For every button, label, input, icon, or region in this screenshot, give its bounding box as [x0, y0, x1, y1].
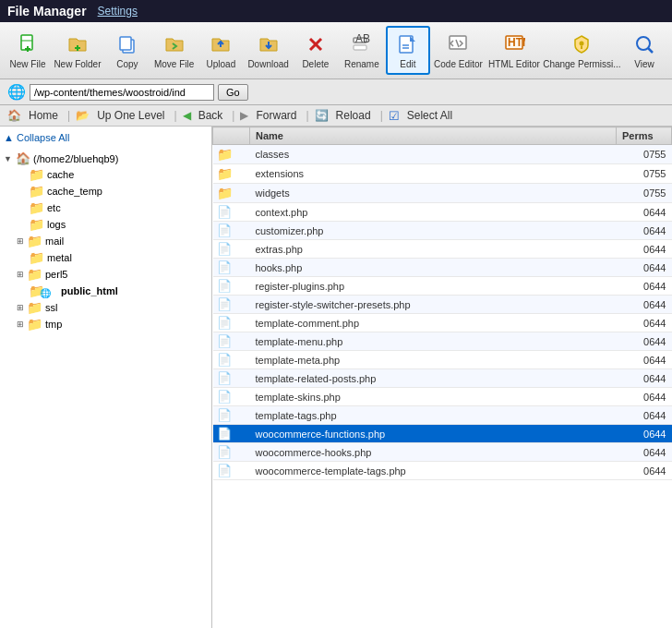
- header: File Manager Settings: [0, 0, 672, 22]
- file-name[interactable]: hooks.php: [250, 259, 617, 277]
- tree-item-etc[interactable]: 📁etc: [4, 199, 208, 216]
- file-name[interactable]: widgets: [250, 184, 617, 203]
- table-row[interactable]: 📄woocommerce-functions.php0644: [213, 425, 672, 443]
- table-row[interactable]: 📄template-meta.php0644: [213, 351, 672, 369]
- file-name[interactable]: woocommerce-hooks.php: [250, 443, 617, 462]
- toolbar-html-editor-button[interactable]: HTMLHTML Editor: [486, 27, 542, 74]
- table-row[interactable]: 📁widgets0755: [213, 184, 672, 203]
- file-name[interactable]: extensions: [250, 164, 617, 184]
- collapse-all-btn[interactable]: ▲ Collapse All: [4, 130, 208, 145]
- file-type-icon: 📄: [213, 369, 250, 388]
- table-row[interactable]: 📄woocommerce-template-tags.php0644: [213, 462, 672, 480]
- file-name[interactable]: extras.php: [250, 240, 617, 259]
- select-checkbox[interactable]: ☑: [389, 109, 400, 123]
- addressbar: 🌐 Go: [0, 79, 672, 105]
- table-row[interactable]: 📄context.php0644: [213, 203, 672, 222]
- toolbar-rename-button[interactable]: ABRename: [340, 27, 384, 74]
- table-row[interactable]: 📄template-related-posts.php0644: [213, 369, 672, 388]
- tree-item-metal[interactable]: 📁metal: [4, 249, 208, 266]
- table-row[interactable]: 📄template-comment.php0644: [213, 314, 672, 332]
- upload-label: Upload: [207, 59, 236, 69]
- file-type-icon: 📄: [213, 296, 250, 314]
- forward-btn[interactable]: Forward: [252, 108, 300, 123]
- path-input[interactable]: [30, 84, 214, 101]
- folder-tree-icon: 📁: [27, 317, 42, 332]
- tree-label: cache: [47, 169, 74, 180]
- table-row[interactable]: 📄register-style-switcher-presets.php0644: [213, 296, 672, 314]
- file-name[interactable]: customizer.php: [250, 222, 617, 240]
- table-row[interactable]: 📄woocommerce-hooks.php0644: [213, 443, 672, 462]
- tree-item-tmp[interactable]: ⊞📁tmp: [4, 316, 208, 332]
- toolbar-move-file-button[interactable]: Move File: [151, 27, 198, 74]
- toolbar-copy-button[interactable]: Copy: [105, 27, 150, 74]
- table-row[interactable]: 📄extras.php0644: [213, 240, 672, 259]
- tree-label: ssl: [45, 302, 57, 313]
- home-tree-icon: 🏠: [16, 151, 30, 165]
- right-panel: Name Perms 📁classes0755📁extensions0755📁w…: [212, 127, 672, 628]
- tree-label: tmp: [45, 319, 62, 330]
- reload-icon: 🔄: [315, 109, 329, 122]
- table-row[interactable]: 📄hooks.php0644: [213, 259, 672, 277]
- file-name[interactable]: context.php: [250, 203, 617, 222]
- reload-btn[interactable]: Reload: [332, 108, 375, 123]
- file-name[interactable]: template-skins.php: [250, 388, 617, 406]
- tree-root[interactable]: ▼ 🏠 (/home2/bluehqb9): [4, 151, 208, 166]
- file-name[interactable]: register-plugins.php: [250, 277, 617, 296]
- svg-point-24: [637, 37, 650, 50]
- perms-header[interactable]: Perms: [617, 127, 672, 145]
- expand-icon: ⊞: [17, 320, 24, 329]
- go-button[interactable]: Go: [218, 84, 248, 101]
- file-type-icon: 📄: [213, 462, 250, 480]
- tree-item-perl5[interactable]: ⊞📁perl5: [4, 266, 208, 283]
- up-btn[interactable]: Up One Level: [93, 108, 168, 123]
- toolbar-edit-button[interactable]: Edit: [386, 26, 430, 75]
- file-name[interactable]: classes: [250, 145, 617, 164]
- settings-link[interactable]: Settings: [98, 5, 138, 18]
- toolbar-code-editor-button[interactable]: Code Editor: [432, 27, 485, 74]
- table-row[interactable]: 📁classes0755: [213, 145, 672, 164]
- home-icon: 🏠: [7, 109, 21, 122]
- file-name[interactable]: template-meta.php: [250, 351, 617, 369]
- up-icon: 📂: [76, 109, 90, 122]
- folder-tree-icon: 📁: [29, 200, 44, 215]
- home-btn[interactable]: Home: [25, 108, 62, 123]
- name-header[interactable]: Name: [250, 127, 617, 145]
- file-name[interactable]: template-related-posts.php: [250, 369, 617, 388]
- file-name[interactable]: template-comment.php: [250, 314, 617, 332]
- table-row[interactable]: 📁extensions0755: [213, 164, 672, 184]
- toolbar-change-perms-button[interactable]: Change Permissi...: [544, 27, 620, 74]
- toolbar-new-folder-button[interactable]: New Folder: [52, 27, 103, 74]
- toolbar-view-button[interactable]: View: [622, 27, 666, 74]
- tree-item-logs[interactable]: 📁logs: [4, 216, 208, 233]
- toolbar-new-file-button[interactable]: New File: [6, 27, 50, 74]
- select-all-btn[interactable]: Select All: [403, 108, 456, 123]
- table-row[interactable]: 📄template-tags.php0644: [213, 406, 672, 425]
- toolbar-download-button[interactable]: Download: [245, 27, 291, 74]
- table-row[interactable]: 📄customizer.php0644: [213, 222, 672, 240]
- file-name[interactable]: register-style-switcher-presets.php: [250, 296, 617, 314]
- file-type-icon: 📄: [213, 351, 250, 369]
- svg-text:HTML: HTML: [508, 36, 525, 49]
- tree-item-public_html[interactable]: 📁🌐public_html: [4, 283, 208, 299]
- file-name[interactable]: woocommerce-functions.php: [250, 425, 617, 443]
- file-name[interactable]: template-tags.php: [250, 406, 617, 425]
- table-row[interactable]: 📄register-plugins.php0644: [213, 277, 672, 296]
- toolbar: New FileNew FolderCopyMove FileUploadDow…: [0, 22, 672, 79]
- toolbar-delete-button[interactable]: Delete: [294, 27, 338, 74]
- table-row[interactable]: 📄template-skins.php0644: [213, 388, 672, 406]
- table-row[interactable]: 📄template-menu.php0644: [213, 332, 672, 351]
- tree-item-cache_temp[interactable]: 📁cache_temp: [4, 183, 208, 199]
- file-type-icon: 📁: [213, 145, 250, 164]
- file-perms: 0644: [617, 388, 672, 406]
- navbar: 🏠 Home | 📂 Up One Level | ◀ Back | ▶ For…: [0, 105, 672, 127]
- tree-item-mail[interactable]: ⊞📁mail: [4, 233, 208, 249]
- toolbar-upload-button[interactable]: Upload: [198, 27, 243, 74]
- tree-item-ssl[interactable]: ⊞📁ssl: [4, 299, 208, 316]
- file-name[interactable]: template-menu.php: [250, 332, 617, 351]
- upload-icon: [208, 31, 234, 57]
- file-type-icon: 📄: [213, 406, 250, 425]
- back-btn[interactable]: Back: [195, 108, 227, 123]
- file-name[interactable]: woocommerce-template-tags.php: [250, 462, 617, 480]
- tree-item-cache[interactable]: 📁cache: [4, 166, 208, 183]
- svg-text:AB: AB: [355, 33, 370, 45]
